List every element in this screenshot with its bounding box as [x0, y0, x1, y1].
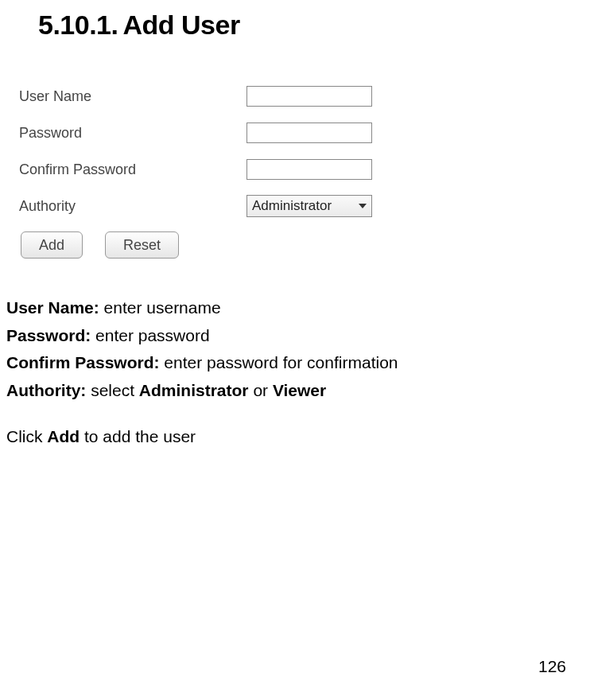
username-label: User Name	[11, 88, 246, 105]
authority-label: Authority	[11, 198, 246, 215]
confirm-description: Confirm Password: enter password for con…	[6, 350, 590, 376]
reset-button[interactable]: Reset	[105, 231, 179, 259]
chevron-down-icon	[359, 204, 367, 208]
field-descriptions: User Name: enter username Password: ente…	[6, 295, 590, 450]
confirm-password-label: Confirm Password	[11, 161, 246, 178]
password-input[interactable]	[246, 122, 372, 143]
authority-description: Authority: select Administrator or Viewe…	[6, 378, 590, 404]
password-term: Password:	[6, 326, 91, 344]
authority-desc-pre: select	[86, 381, 139, 399]
username-input[interactable]	[246, 86, 372, 107]
authority-row: Authority Administrator	[11, 195, 590, 217]
password-description: Password: enter password	[6, 323, 590, 349]
add-user-form: User Name Password Confirm Password Auth…	[11, 85, 590, 259]
authority-selected-value: Administrator	[252, 198, 332, 213]
confirm-password-row: Confirm Password	[11, 158, 590, 181]
confirm-term: Confirm Password:	[6, 353, 160, 371]
page-number: 126	[538, 657, 566, 676]
username-row: User Name	[11, 85, 590, 107]
button-row: Add Reset	[21, 231, 590, 259]
heading-title: Add User	[122, 10, 239, 40]
username-description: User Name: enter username	[6, 295, 590, 321]
authority-term: Authority:	[6, 381, 86, 399]
authority-select[interactable]: Administrator	[246, 195, 372, 217]
add-button[interactable]: Add	[21, 231, 83, 259]
confirm-desc-text: enter password for confirmation	[160, 353, 398, 371]
authority-opt2: Viewer	[273, 381, 326, 399]
username-desc-text: enter username	[99, 298, 221, 317]
username-term: User Name:	[6, 298, 99, 317]
authority-desc-mid: or	[249, 381, 273, 399]
password-row: Password	[11, 122, 590, 144]
heading-number: 5.10.1.	[38, 10, 118, 40]
click-instruction: Click Add to add the user	[6, 424, 590, 450]
confirm-password-input[interactable]	[246, 159, 372, 180]
click-pre: Click	[6, 427, 47, 445]
click-add-word: Add	[47, 427, 80, 445]
click-post: to add the user	[80, 427, 196, 445]
password-label: Password	[11, 125, 246, 142]
authority-opt1: Administrator	[139, 381, 249, 399]
section-heading: 5.10.1.Add User	[0, 0, 590, 41]
password-desc-text: enter password	[91, 326, 209, 344]
